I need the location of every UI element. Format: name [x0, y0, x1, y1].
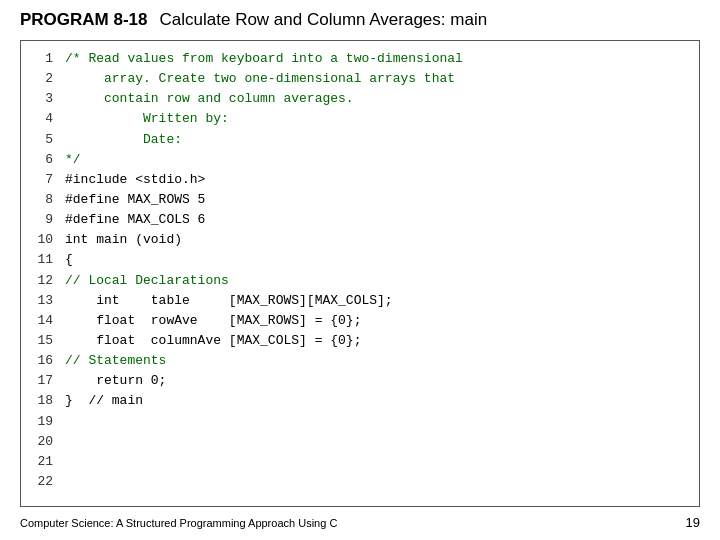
code-line: {: [65, 250, 691, 270]
line-number: 18: [31, 391, 53, 411]
line-number: 19: [31, 412, 53, 432]
code-line: int main (void): [65, 230, 691, 250]
line-number: 2: [31, 69, 53, 89]
line-number: 21: [31, 452, 53, 472]
code-line: // Local Declarations: [65, 271, 691, 291]
code-line: int table [MAX_ROWS][MAX_COLS];: [65, 291, 691, 311]
line-number: 20: [31, 432, 53, 452]
line-number: 7: [31, 170, 53, 190]
line-number: 6: [31, 150, 53, 170]
code-line: contain row and column averages.: [65, 89, 691, 109]
code-line: /* Read values from keyboard into a two-…: [65, 49, 691, 69]
page-container: PROGRAM 8-18 Calculate Row and Column Av…: [0, 0, 720, 540]
footer: Computer Science: A Structured Programmi…: [20, 515, 700, 530]
code-content: /* Read values from keyboard into a two-…: [59, 41, 699, 506]
line-number: 9: [31, 210, 53, 230]
line-number: 13: [31, 291, 53, 311]
code-line: // Statements: [65, 351, 691, 371]
code-line: #define MAX_COLS 6: [65, 210, 691, 230]
program-subtitle: Calculate Row and Column Averages: main: [160, 10, 488, 30]
code-line: float rowAve [MAX_ROWS] = {0};: [65, 311, 691, 331]
line-number: 12: [31, 271, 53, 291]
line-number: 4: [31, 109, 53, 129]
line-numbers: 12345678910111213141516171819202122: [21, 41, 59, 506]
footer-left: Computer Science: A Structured Programmi…: [20, 517, 337, 529]
code-line: float columnAve [MAX_COLS] = {0};: [65, 331, 691, 351]
header: PROGRAM 8-18 Calculate Row and Column Av…: [20, 10, 700, 30]
line-number: 15: [31, 331, 53, 351]
line-number: 22: [31, 472, 53, 492]
program-title: PROGRAM 8-18: [20, 10, 148, 30]
code-box: 12345678910111213141516171819202122 /* R…: [20, 40, 700, 507]
line-number: 8: [31, 190, 53, 210]
line-number: 1: [31, 49, 53, 69]
footer-page: 19: [686, 515, 700, 530]
code-line: Date:: [65, 130, 691, 150]
code-line: #define MAX_ROWS 5: [65, 190, 691, 210]
line-number: 14: [31, 311, 53, 331]
line-number: 17: [31, 371, 53, 391]
code-line: } // main: [65, 391, 691, 411]
code-line: return 0;: [65, 371, 691, 391]
line-number: 11: [31, 250, 53, 270]
code-line: #include <stdio.h>: [65, 170, 691, 190]
line-number: 16: [31, 351, 53, 371]
line-number: 3: [31, 89, 53, 109]
code-line: Written by:: [65, 109, 691, 129]
code-line: array. Create two one-dimensional arrays…: [65, 69, 691, 89]
line-number: 5: [31, 130, 53, 150]
code-line: */: [65, 150, 691, 170]
line-number: 10: [31, 230, 53, 250]
